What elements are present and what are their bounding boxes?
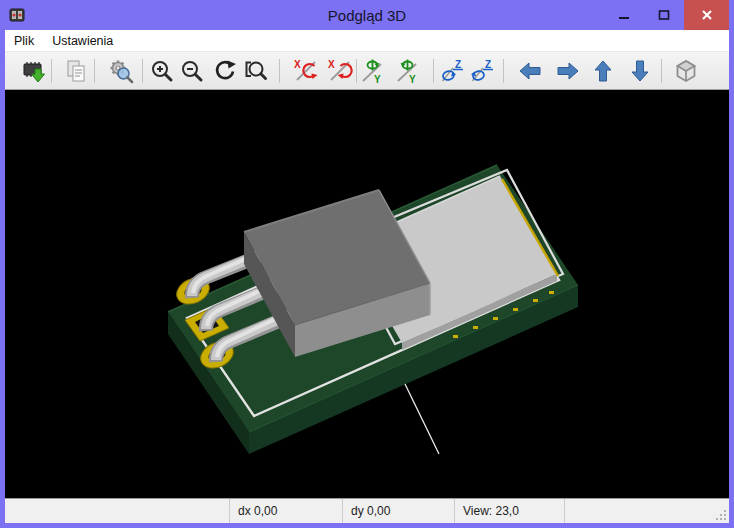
arrow-left-icon (517, 58, 543, 84)
svg-text:Z: Z (485, 59, 491, 70)
minimize-icon (618, 9, 630, 21)
rotate-x-ccw-icon: X (293, 58, 319, 84)
statusbar: dx 0,00 dy 0,00 View: 23,0 (5, 498, 729, 523)
resize-grip[interactable] (715, 509, 727, 521)
chip-reload-icon (21, 58, 47, 84)
toolbar-separator (433, 59, 434, 83)
minimize-button[interactable] (604, 0, 644, 30)
zoom-fit-button[interactable] (241, 57, 269, 85)
status-dy: dy 0,00 (343, 499, 455, 523)
toolbar: X X Y (5, 52, 729, 90)
status-empty (5, 499, 230, 523)
status-dx: dx 0,00 (230, 499, 343, 523)
titlebar[interactable]: Podgląd 3D (5, 0, 729, 30)
svg-text:Z: Z (455, 59, 461, 70)
rotate-y-neg-button[interactable]: Y (359, 57, 387, 85)
circular-arrow-icon (212, 58, 238, 84)
toolbar-separator (279, 59, 280, 83)
close-icon (701, 9, 713, 21)
gear-magnifier-icon (108, 58, 134, 84)
redraw-button[interactable] (211, 57, 239, 85)
svg-text:Y: Y (374, 74, 381, 84)
close-button[interactable] (684, 0, 729, 30)
toolbar-separator (661, 59, 662, 83)
magnifier-plus-icon (149, 58, 175, 84)
copy-image-button[interactable] (63, 57, 91, 85)
arrow-up-icon (590, 58, 616, 84)
rotate-y-cw-icon: Y (395, 58, 421, 84)
magnifier-minus-icon (179, 58, 205, 84)
rotate-z-pos-button[interactable]: Z (469, 57, 497, 85)
toolbar-separator (142, 59, 143, 83)
menubar: Plik Ustawienia (5, 30, 729, 52)
toolbar-separator (503, 59, 504, 83)
move-right-button[interactable] (554, 57, 582, 85)
arrow-right-icon (555, 58, 581, 84)
rotate-x-neg-button[interactable]: X (292, 57, 320, 85)
move-down-button[interactable] (626, 57, 654, 85)
3d-viewport[interactable] (5, 90, 729, 498)
ortho-view-button[interactable] (672, 57, 700, 85)
podglad-3d-window: Podgląd 3D Plik Ustawienia (0, 0, 734, 528)
move-left-button[interactable] (516, 57, 544, 85)
maximize-icon (658, 9, 670, 21)
svg-text:Y: Y (409, 74, 416, 84)
toolbar-separator (356, 59, 357, 83)
arrow-down-icon (627, 58, 653, 84)
zoom-in-button[interactable] (148, 57, 176, 85)
reload-board-button[interactable] (20, 57, 48, 85)
render-options-button[interactable] (107, 57, 135, 85)
rotate-x-pos-button[interactable]: X (326, 57, 354, 85)
3d-scene (5, 90, 729, 498)
magnifier-fit-icon (242, 58, 268, 84)
rotate-z-ccw-icon: Z (440, 58, 466, 84)
toolbar-separator (94, 59, 95, 83)
move-up-button[interactable] (589, 57, 617, 85)
rotate-x-cw-icon: X (327, 58, 353, 84)
svg-text:X: X (328, 59, 335, 70)
menu-plik[interactable]: Plik (5, 30, 43, 51)
svg-text:X: X (294, 59, 301, 70)
rotate-y-ccw-icon: Y (360, 58, 386, 84)
rotate-z-neg-button[interactable]: Z (439, 57, 467, 85)
status-spacer (565, 499, 729, 523)
menu-ustawienia[interactable]: Ustawienia (43, 30, 122, 51)
maximize-button[interactable] (644, 0, 684, 30)
status-view: View: 23,0 (455, 499, 565, 523)
rotate-y-pos-button[interactable]: Y (394, 57, 422, 85)
rotate-z-cw-icon: Z (470, 58, 496, 84)
cube-icon (673, 58, 699, 84)
toolbar-separator (51, 59, 52, 83)
copy-pages-icon (64, 58, 90, 84)
zoom-out-button[interactable] (178, 57, 206, 85)
